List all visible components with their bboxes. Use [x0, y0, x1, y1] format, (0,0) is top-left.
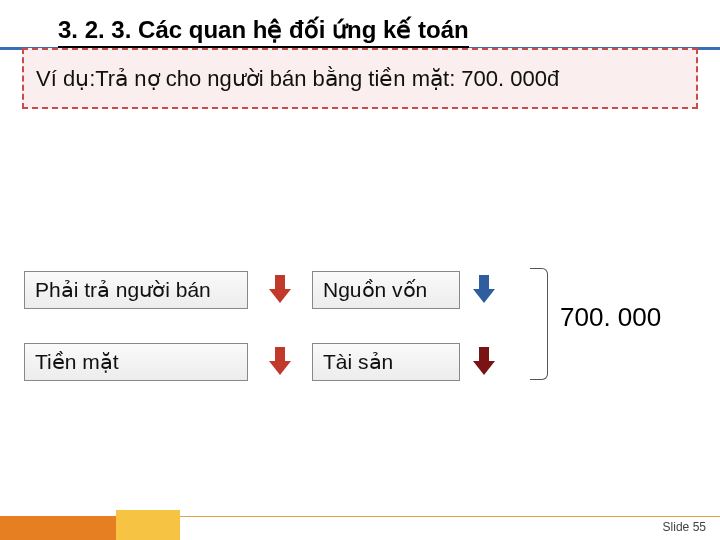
slide-number: Slide 55	[663, 520, 706, 534]
section-heading: 3. 2. 3. Các quan hệ đối ứng kế toán	[58, 16, 469, 48]
brace-icon	[530, 268, 548, 380]
down-arrow-icon	[269, 275, 291, 305]
section-number: 3. 2. 3.	[58, 16, 131, 43]
heading-row: 3. 2. 3. Các quan hệ đối ứng kế toán	[0, 0, 720, 48]
section-title: Các quan hệ đối ứng kế toán	[138, 16, 469, 43]
footer-accent	[116, 510, 180, 540]
example-label: Ví dụ:	[36, 66, 95, 91]
category-cell: Tài sản	[312, 343, 460, 381]
example-text: Ví dụ:Trả nợ cho người bán bằng tiền mặt…	[36, 60, 684, 97]
example-body: Trả nợ cho người bán bằng tiền mặt: 700.…	[95, 66, 559, 91]
arrow-cell	[460, 275, 508, 305]
footer: Slide 55	[0, 510, 720, 540]
down-arrow-icon	[473, 347, 495, 377]
slide-number-value: 55	[693, 520, 706, 534]
slide-label: Slide	[663, 520, 690, 534]
example-box: Ví dụ:Trả nợ cho người bán bằng tiền mặt…	[22, 48, 698, 109]
arrow-cell	[460, 347, 508, 377]
table-row: Tiền mặt Tài sản	[24, 340, 696, 384]
mapping-grid: Phải trả người bán Nguồn vốn Tiền mặt Tà…	[24, 268, 696, 412]
down-arrow-icon	[473, 275, 495, 305]
account-cell: Phải trả người bán	[24, 271, 248, 309]
category-cell: Nguồn vốn	[312, 271, 460, 309]
amount-value: 700. 000	[560, 302, 661, 333]
arrow-cell	[248, 347, 312, 377]
arrow-cell	[248, 275, 312, 305]
down-arrow-icon	[269, 347, 291, 377]
account-cell: Tiền mặt	[24, 343, 248, 381]
